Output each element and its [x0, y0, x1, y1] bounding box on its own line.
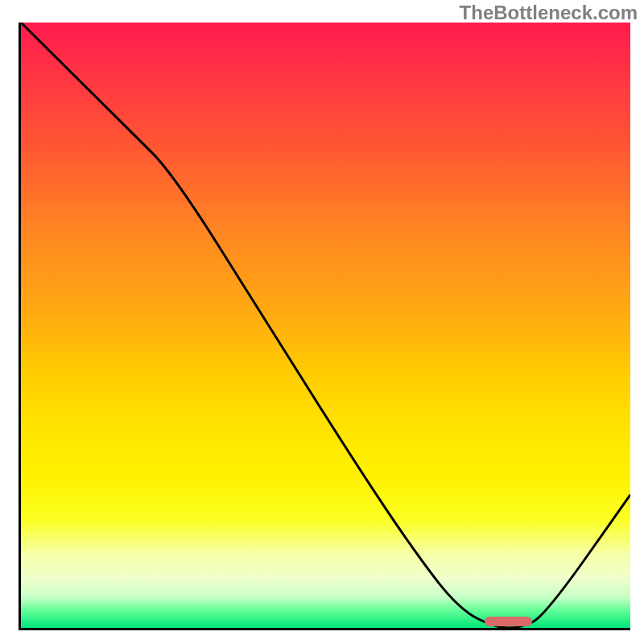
optimal-marker — [485, 617, 533, 626]
plot-area — [19, 23, 630, 630]
curve-path — [21, 23, 630, 628]
chart-root: TheBottleneck.com — [0, 0, 644, 644]
bottleneck-curve — [21, 23, 630, 628]
watermark-text: TheBottleneck.com — [460, 2, 638, 24]
